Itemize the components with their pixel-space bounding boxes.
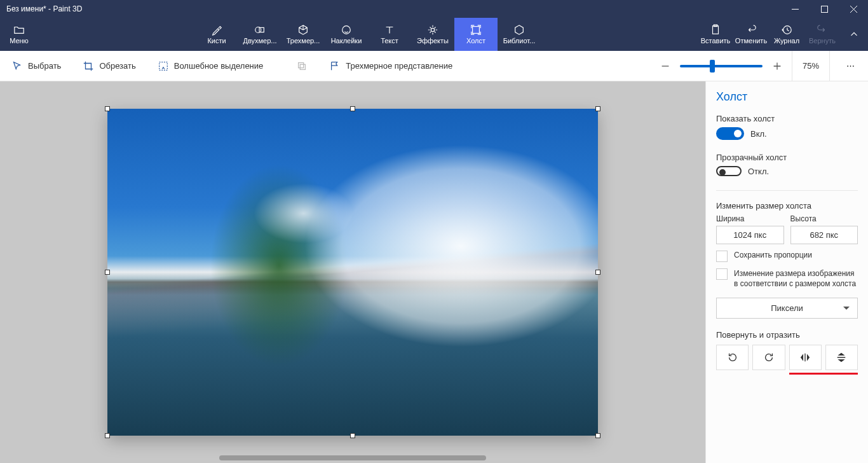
canvas-workspace[interactable] xyxy=(0,81,705,463)
width-input[interactable]: 1024 пкс xyxy=(716,226,784,244)
lock-aspect-label: Сохранить пропорции xyxy=(734,251,812,259)
resize-handle-b[interactable] xyxy=(350,433,355,438)
svg-rect-2 xyxy=(259,27,264,32)
rotate-ccw-button[interactable] xyxy=(716,345,749,370)
redo-icon xyxy=(817,24,828,36)
more-options[interactable]: ⋯ xyxy=(839,61,862,71)
tool-2d[interactable]: Двухмер... xyxy=(238,18,281,51)
dimensions-row: Ширина 1024 пкс Высота 682 пкс xyxy=(716,214,858,244)
tool-library[interactable]: Библиот... xyxy=(498,18,541,51)
zoom-value[interactable]: 75% xyxy=(792,51,830,81)
shapes-2d-icon xyxy=(254,24,266,36)
svg-rect-0 xyxy=(821,6,827,12)
height-input[interactable]: 682 пкс xyxy=(790,226,858,244)
resize-image-checkbox[interactable] xyxy=(716,268,728,280)
undo-icon xyxy=(745,24,757,36)
main-tools: Кисти Двухмер... Трехмер... Наклейки Тек… xyxy=(38,18,698,51)
chevron-up-icon xyxy=(848,29,860,40)
tool-text[interactable]: Текст xyxy=(368,18,411,51)
cursor-icon xyxy=(11,60,23,72)
sticker-icon xyxy=(341,24,352,36)
zoom-thumb[interactable] xyxy=(710,60,715,73)
zoom-in-icon[interactable] xyxy=(771,60,783,72)
tool-stickers[interactable]: Наклейки xyxy=(325,18,368,51)
panel-title: Холст xyxy=(716,90,858,104)
zoom-controls: 75% ⋯ xyxy=(660,51,862,81)
flip-v-icon xyxy=(836,352,847,363)
folder-icon xyxy=(13,24,25,36)
redo-button: Вернуть xyxy=(804,18,840,51)
canvas-panel: Холст Показать холст Вкл. Прозрачный хол… xyxy=(705,81,868,463)
title-bar: Без имени* - Paint 3D xyxy=(0,0,868,18)
resize-image-row[interactable]: Изменение размера изображения в соответс… xyxy=(716,268,858,289)
show-canvas-row: Вкл. xyxy=(716,127,858,140)
zoom-out-icon[interactable] xyxy=(660,60,671,72)
svg-rect-9 xyxy=(159,62,167,70)
crop-icon xyxy=(83,60,94,72)
transparent-state: Откл. xyxy=(748,167,769,176)
rotate-title: Повернуть и отразить xyxy=(716,330,858,340)
text-icon xyxy=(384,24,395,36)
tool-brushes[interactable]: Кисти xyxy=(195,18,238,51)
right-tools: Вставить Отменить Журнал Вернуть xyxy=(698,18,868,51)
paste-icon xyxy=(710,24,721,36)
view-3d-disabled xyxy=(291,58,313,74)
resize-handle-bl[interactable] xyxy=(105,433,110,438)
flip-horizontal-button[interactable] xyxy=(789,345,822,370)
transparent-toggle[interactable] xyxy=(716,166,742,176)
show-canvas-state: Вкл. xyxy=(750,129,767,139)
history-icon xyxy=(781,24,792,36)
brush-icon xyxy=(211,24,222,36)
zoom-slider[interactable] xyxy=(680,65,763,67)
canvas-image[interactable] xyxy=(107,109,598,436)
crop-tool[interactable]: Обрезать xyxy=(78,58,140,74)
units-dropdown[interactable]: Пиксели xyxy=(716,298,858,319)
resize-handle-r[interactable] xyxy=(595,270,600,275)
height-box: Высота 682 пкс xyxy=(790,214,858,244)
rotate-cw-button[interactable] xyxy=(752,345,785,370)
cube-3d-icon xyxy=(297,24,309,36)
tool-3d[interactable]: Трехмер... xyxy=(281,18,325,51)
rotate-ccw-icon xyxy=(727,352,738,363)
width-box: Ширина 1024 пкс xyxy=(716,214,784,244)
minimize-button[interactable] xyxy=(780,0,810,18)
resize-handle-t[interactable] xyxy=(350,106,355,111)
units-value: Пиксели xyxy=(771,303,803,313)
main-area: Холст Показать холст Вкл. Прозрачный хол… xyxy=(0,81,868,463)
show-canvas-toggle[interactable] xyxy=(716,127,744,140)
collapse-toolbar[interactable] xyxy=(840,18,868,51)
secondary-bar: Выбрать Обрезать Волшебное выделение Тре… xyxy=(0,51,868,81)
transparent-row: Откл. xyxy=(716,166,858,176)
paste-button[interactable]: Вставить xyxy=(698,18,733,51)
horizontal-scrollbar[interactable] xyxy=(219,455,486,460)
flip-vertical-button[interactable] xyxy=(825,345,858,370)
select-tool[interactable]: Выбрать xyxy=(6,58,66,74)
lock-aspect-row[interactable]: Сохранить пропорции xyxy=(716,251,858,262)
resize-handle-tl[interactable] xyxy=(105,106,110,111)
height-label: Высота xyxy=(790,214,858,223)
magic-select-tool[interactable]: Волшебное выделение xyxy=(153,58,269,74)
undo-button[interactable]: Отменить xyxy=(733,18,769,51)
tool-effects[interactable]: Эффекты xyxy=(411,18,454,51)
resize-handle-br[interactable] xyxy=(595,433,600,438)
resize-handle-l[interactable] xyxy=(105,270,110,275)
history-button[interactable]: Журнал xyxy=(769,18,804,51)
magic-select-icon xyxy=(158,60,169,72)
svg-point-4 xyxy=(431,28,434,31)
tool-canvas[interactable]: Холст xyxy=(454,18,498,51)
svg-rect-10 xyxy=(299,62,304,67)
menu-label: Меню xyxy=(10,37,29,45)
menu-button[interactable]: Меню xyxy=(0,18,38,51)
resize-image-label: Изменение размера изображения в соответс… xyxy=(734,268,858,289)
width-label: Ширина xyxy=(716,214,784,223)
svg-rect-11 xyxy=(301,64,306,69)
maximize-button[interactable] xyxy=(810,0,839,18)
view-3d-tool[interactable]: Трехмерное представление xyxy=(324,58,458,74)
flip-h-icon xyxy=(799,352,811,363)
annotation-underline xyxy=(789,373,858,375)
stack-icon xyxy=(296,60,308,72)
close-button[interactable] xyxy=(839,0,868,18)
lock-aspect-checkbox[interactable] xyxy=(716,251,728,262)
svg-rect-6 xyxy=(713,26,719,34)
resize-handle-tr[interactable] xyxy=(595,106,600,111)
